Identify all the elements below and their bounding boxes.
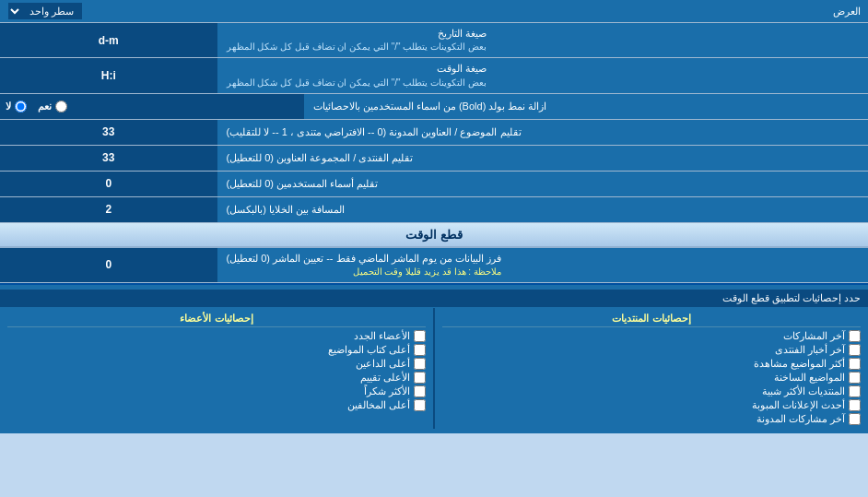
time-format-label: صيغة الوقت بعض التكوينات يتطلب "/" التي … — [217, 58, 869, 92]
stats-cb-forum-6[interactable] — [849, 413, 861, 425]
date-format-input-cell: d-m — [0, 23, 217, 57]
stats-cb-forum-1[interactable] — [849, 344, 861, 356]
topic-trim-input[interactable]: 33 — [6, 125, 212, 138]
stats-cb-forum-0[interactable] — [849, 330, 861, 342]
cell-spacing-row: المسافة بين الخلايا (بالبكسل) 2 — [0, 197, 868, 223]
time-cut-input[interactable]: 0 — [6, 258, 212, 271]
cell-spacing-input[interactable]: 2 — [6, 203, 212, 216]
bold-remove-radio-cell: نعم لا — [0, 94, 304, 119]
time-section-header-row: قطع الوقت — [0, 223, 868, 248]
stats-item-forum-6: آخر مشاركات المدونة — [442, 412, 861, 426]
stats-columns: إحصائيات المنتديات آخر المشاركات آخر أخب… — [0, 308, 868, 429]
topic-trim-label: تقليم الموضوع / العناوين المدونة (0 -- ا… — [217, 120, 869, 145]
stats-cb-member-2[interactable] — [414, 358, 426, 370]
display-select[interactable]: سطر واحد سطرين ثلاثة أسطر — [7, 2, 83, 20]
bold-radio-no-label: لا — [6, 101, 27, 112]
stats-item-member-2: أعلى الداعين — [7, 357, 426, 371]
stats-item-forum-5: أحدث الإعلانات المبوبة — [442, 398, 861, 412]
top-row-label: العرض — [83, 3, 868, 20]
cell-spacing-label: المسافة بين الخلايا (بالبكسل) — [217, 197, 869, 222]
topic-trim-input-cell: 33 — [0, 120, 217, 145]
time-cut-row: فرز البيانات من يوم الماشر الماضي فقط --… — [0, 248, 868, 283]
stats-cb-forum-5[interactable] — [849, 399, 861, 411]
bold-remove-row: ازالة نمط بولد (Bold) من اسماء المستخدمي… — [0, 94, 868, 120]
date-format-label: صيغة التاريخ بعض التكوينات يتطلب "/" الت… — [217, 23, 869, 57]
stats-item-member-1: أعلى كتاب المواضيع — [7, 343, 426, 357]
stats-cb-forum-2[interactable] — [849, 358, 861, 370]
stats-item-forum-0: آخر المشاركات — [442, 329, 861, 343]
stats-section: حدد إحصائيات لتطبيق قطع الوقت إحصائيات ا… — [0, 283, 868, 433]
stats-item-member-0: الأعضاء الجدد — [7, 329, 426, 343]
username-trim-label: تقليم أسماء المستخدمين (0 للتعطيل) — [217, 172, 869, 196]
stats-cb-forum-3[interactable] — [849, 372, 861, 384]
stats-cb-forum-4[interactable] — [849, 385, 861, 397]
stats-item-forum-4: المنتديات الأكثر شبية — [442, 385, 861, 398]
stats-item-forum-1: آخر أخبار الفنتدى — [442, 343, 861, 357]
stats-divider — [433, 308, 435, 429]
username-trim-row: تقليم أسماء المستخدمين (0 للتعطيل) 0 — [0, 172, 868, 197]
time-cut-label: فرز البيانات من يوم الماشر الماضي فقط --… — [217, 248, 869, 282]
topic-trim-row: تقليم الموضوع / العناوين المدونة (0 -- ا… — [0, 120, 868, 146]
forum-trim-input-cell: 33 — [0, 146, 217, 171]
time-format-row: صيغة الوقت بعض التكوينات يتطلب "/" التي … — [0, 58, 868, 93]
time-format-input-cell: H:i — [0, 58, 217, 92]
forum-trim-row: تقليم الفنتدى / المجموعة العناوين (0 للت… — [0, 146, 868, 172]
stats-cb-member-5[interactable] — [414, 399, 426, 411]
stats-col-forums-header: إحصائيات المنتديات — [442, 311, 861, 327]
main-container: العرض سطر واحد سطرين ثلاثة أسطر صيغة الت… — [0, 0, 868, 433]
stats-item-member-4: الأكثر شكراً — [7, 385, 426, 398]
stats-cb-member-1[interactable] — [414, 344, 426, 356]
stats-col-members-header: إحصائيات الأعضاء — [7, 311, 426, 327]
stats-item-member-5: أعلى المخالفين — [7, 398, 426, 412]
date-format-row: صيغة التاريخ بعض التكوينات يتطلب "/" الت… — [0, 23, 868, 58]
bold-radio-no[interactable] — [15, 101, 27, 112]
date-format-input[interactable]: d-m — [6, 34, 212, 47]
bold-remove-label: ازالة نمط بولد (Bold) من اسماء المستخدمي… — [304, 94, 868, 119]
stats-item-forum-2: أكثر المواضيع مشاهدة — [442, 357, 861, 371]
stats-cb-member-0[interactable] — [414, 330, 426, 342]
forum-trim-label: تقليم الفنتدى / المجموعة العناوين (0 للت… — [217, 146, 869, 171]
bold-radio-yes[interactable] — [55, 101, 67, 112]
forum-trim-input[interactable]: 33 — [6, 151, 212, 164]
stats-cb-member-3[interactable] — [414, 372, 426, 384]
stats-item-forum-3: المواضيع الساخنة — [442, 371, 861, 385]
bold-radio-yes-label: نعم — [38, 101, 67, 112]
stats-col-forums: إحصائيات المنتديات آخر المشاركات آخر أخب… — [435, 308, 868, 429]
stats-col-members: إحصائيات الأعضاء الأعضاء الجدد أعلى كتاب… — [0, 308, 433, 429]
top-row: العرض سطر واحد سطرين ثلاثة أسطر — [0, 0, 868, 23]
time-format-input[interactable]: H:i — [6, 69, 212, 82]
cell-spacing-input-cell: 2 — [0, 197, 217, 222]
username-trim-input[interactable]: 0 — [6, 177, 212, 190]
username-trim-input-cell: 0 — [0, 172, 217, 196]
stats-item-member-3: الأعلى تقييم — [7, 371, 426, 385]
stats-header: حدد إحصائيات لتطبيق قطع الوقت — [0, 290, 868, 308]
time-section-header: قطع الوقت — [0, 223, 868, 247]
stats-cb-member-4[interactable] — [414, 385, 426, 397]
time-cut-input-cell: 0 — [0, 248, 217, 282]
